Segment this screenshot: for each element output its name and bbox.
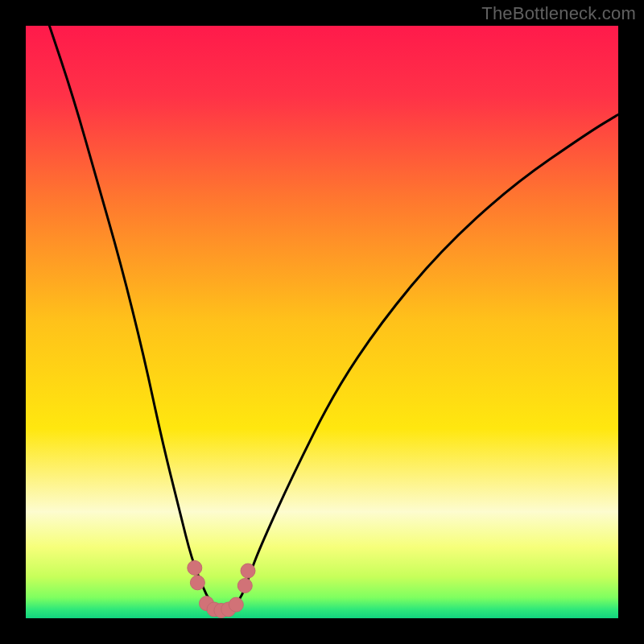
curve-line (49, 26, 618, 609)
watermark-text: TheBottleneck.com (481, 3, 636, 24)
curve-marker (190, 576, 204, 590)
curve-marker (237, 579, 252, 593)
curve-markers (188, 560, 255, 617)
chart-frame: TheBottleneck.com (0, 0, 644, 644)
plot-area (26, 26, 618, 618)
curve-marker (229, 597, 243, 612)
curve-marker (188, 560, 202, 575)
bottleneck-curve (26, 26, 618, 618)
curve-marker (241, 564, 255, 578)
